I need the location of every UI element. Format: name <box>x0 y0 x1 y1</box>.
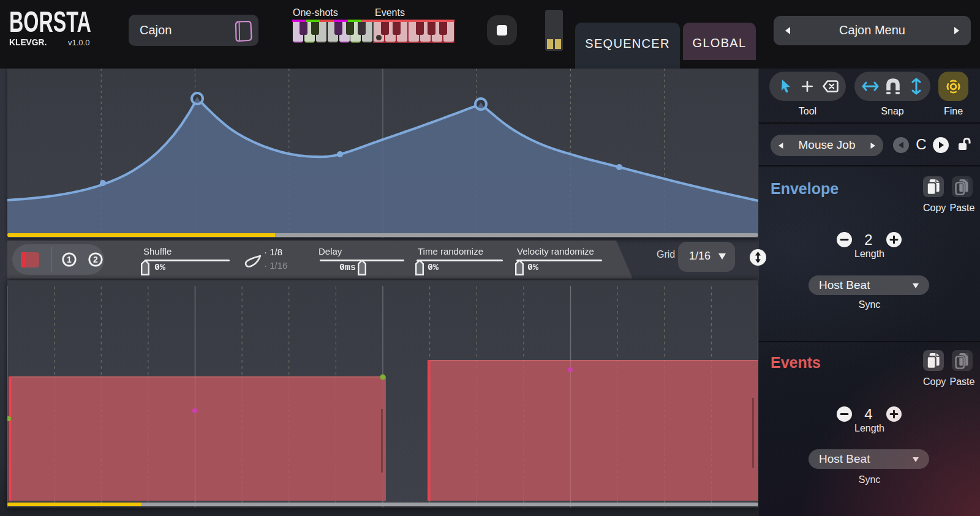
svg-text:1: 1 <box>67 255 72 264</box>
svg-text:2: 2 <box>93 255 98 264</box>
